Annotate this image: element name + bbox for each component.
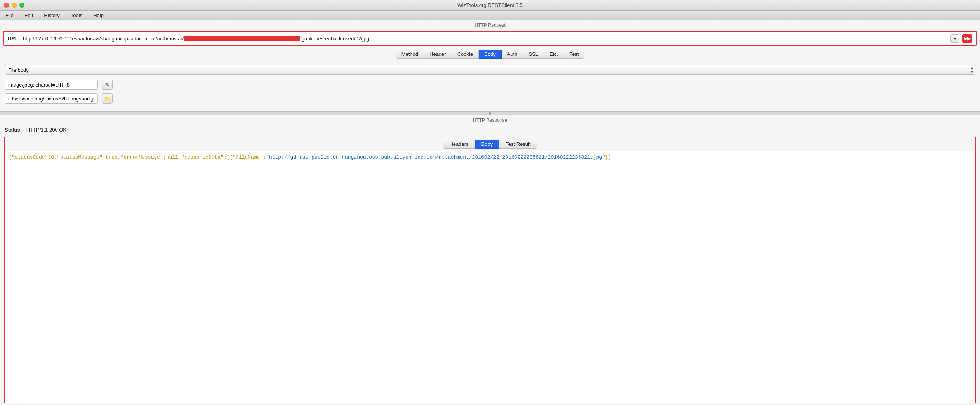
menu-edit[interactable]: Edit [22, 12, 35, 19]
menu-tools[interactable]: Tools [68, 12, 85, 19]
menu-history[interactable]: History [42, 12, 62, 19]
content-type-edit-button[interactable]: ✎ [102, 80, 113, 90]
menu-file[interactable]: File [3, 12, 16, 19]
url-go-button[interactable]: ▶▶ [962, 34, 972, 43]
response-section-label: HTTP Response [0, 115, 980, 125]
file-path-input[interactable] [5, 93, 98, 104]
redacted-url-segment [184, 36, 300, 41]
tab-ssl[interactable]: SSL [523, 50, 544, 59]
maximize-button[interactable] [19, 3, 24, 8]
status-value: HTTP/1.1 200 OK [26, 127, 66, 133]
traffic-lights[interactable] [4, 3, 24, 8]
status-label: Status: [5, 127, 22, 133]
tab-cookie[interactable]: Cookie [452, 50, 479, 59]
main-content: HTTP Request URL: http://127.0.0.1:7001/… [0, 20, 980, 405]
request-section: HTTP Request URL: http://127.0.0.1:7001/… [0, 20, 980, 112]
response-section: HTTP Response Status: HTTP/1.1 200 OK He… [0, 115, 980, 405]
resp-tab-body[interactable]: Body [475, 140, 500, 149]
edit-icon: ✎ [105, 81, 109, 88]
tab-etc[interactable]: Etc. [544, 50, 564, 59]
url-bar: URL: http://127.0.0.1:7001/test/autonavi… [3, 31, 977, 46]
content-type-row: ✎ [5, 80, 975, 90]
title-bar: WizTools.org RESTClient 3.5 [0, 0, 980, 11]
tab-auth[interactable]: Auth [502, 50, 523, 59]
request-section-label: HTTP Request [0, 20, 980, 29]
status-row: Status: HTTP/1.1 200 OK [0, 125, 980, 135]
file-path-row: 📁 [5, 93, 975, 104]
tab-body[interactable]: Body [479, 50, 502, 59]
chevron-down-icon: ▾ [954, 36, 956, 41]
response-body-text-prefix: {"statusCode":0,"statusMessage":true,"er… [9, 154, 269, 160]
response-body-text-suffix: "}] [602, 154, 611, 160]
body-content-area: File body Text body Form body ▲▼ ✎ 📁 [0, 62, 980, 111]
tab-method[interactable]: Method [396, 50, 424, 59]
go-arrow-icon: ▶▶ [964, 36, 970, 41]
menu-help[interactable]: Help [91, 12, 106, 19]
response-body: {"statusCode":0,"statusMessage":true,"er… [5, 151, 975, 403]
url-display: http://127.0.0.1:7001/test/autonavi/shan… [23, 36, 947, 42]
body-type-selector-wrapper: File body Text body Form body ▲▼ [5, 65, 975, 75]
url-label: URL: [8, 36, 20, 42]
response-tabs-wrapper: Headers Body Test Result {"statusCode":0… [4, 137, 976, 403]
response-body-link[interactable]: http://gd-rus-public.cn-hangzhou.oss-pub… [269, 154, 602, 160]
content-type-input[interactable] [5, 80, 98, 90]
minimize-button[interactable] [12, 3, 17, 8]
menu-bar: File Edit History Tools Help [0, 11, 980, 20]
file-browse-button[interactable]: 📁 [102, 93, 113, 104]
response-tabs: Headers Body Test Result [5, 137, 975, 151]
resize-dot [489, 112, 491, 115]
window-title: WizTools.org RESTClient 3.5 [457, 2, 523, 8]
body-type-select[interactable]: File body Text body Form body [5, 65, 975, 75]
resize-handle[interactable] [0, 112, 980, 115]
request-tabs: Method Header Cookie Body Auth SSL Etc. … [0, 48, 980, 62]
close-button[interactable] [4, 3, 9, 8]
folder-icon: 📁 [104, 95, 111, 102]
tab-test[interactable]: Test [564, 50, 585, 59]
url-dropdown-button[interactable]: ▾ [950, 34, 959, 43]
resp-tab-headers[interactable]: Headers [443, 140, 475, 149]
tab-header[interactable]: Header [424, 50, 452, 59]
resp-tab-test-result[interactable]: Test Result [499, 140, 537, 149]
